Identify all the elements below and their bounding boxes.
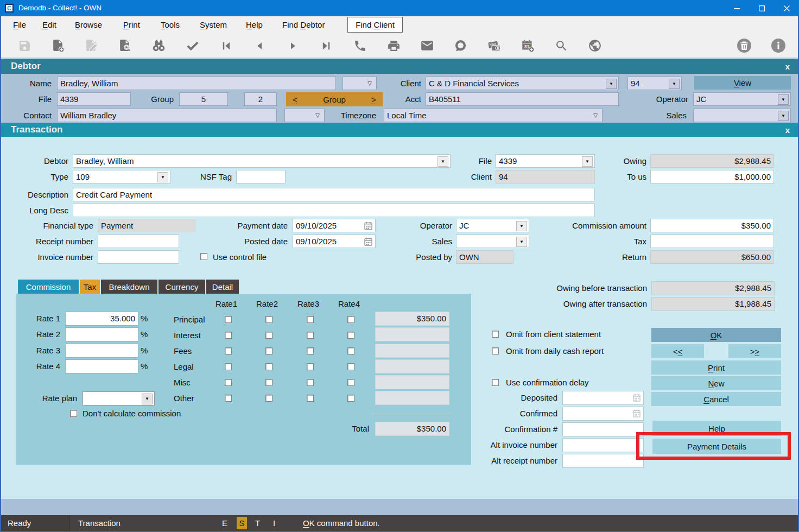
close-button[interactable] xyxy=(774,0,799,16)
invoice-number-field[interactable] xyxy=(98,250,179,264)
principal-rate1-checkbox[interactable] xyxy=(225,316,232,323)
ok-button[interactable]: OK xyxy=(651,328,781,342)
misc-rate1-checkbox[interactable] xyxy=(225,379,232,386)
misc-rate2-checkbox[interactable] xyxy=(265,379,272,386)
alt-receipt-number-field[interactable] xyxy=(562,454,644,468)
tax-field[interactable] xyxy=(650,235,774,248)
search-button[interactable] xyxy=(552,37,570,54)
save-button[interactable] xyxy=(15,37,34,54)
menu-find-client[interactable]: Find Client xyxy=(347,17,403,33)
interest-rate1-checkbox[interactable] xyxy=(225,332,232,339)
interest-rate4-checkbox[interactable] xyxy=(347,332,354,339)
other-rate1-checkbox[interactable] xyxy=(225,395,232,402)
alt-invoice-number-field[interactable] xyxy=(562,438,644,452)
receipt-number-field[interactable] xyxy=(98,235,179,248)
group-field-2[interactable]: 2 xyxy=(244,92,277,106)
client-combo[interactable]: C & D Financial Services▼ xyxy=(426,77,619,90)
to-us-field[interactable]: $1,000.00 xyxy=(650,170,774,183)
contact-field[interactable]: William Bradley xyxy=(57,109,277,122)
operator-combo[interactable]: JC▼ xyxy=(693,92,791,106)
legal-rate3-checkbox[interactable] xyxy=(307,363,314,370)
principal-rate3-checkbox[interactable] xyxy=(307,316,314,323)
tab-currency[interactable]: Currency xyxy=(158,280,205,294)
confirmation-number-field[interactable] xyxy=(562,422,644,436)
tab-breakdown[interactable]: Breakdown xyxy=(101,280,157,294)
cancel-button[interactable]: Cancel xyxy=(651,392,781,406)
group-button[interactable]: <Group> xyxy=(286,92,383,106)
tab-tax[interactable]: Tax xyxy=(80,280,100,294)
next-record-button[interactable] xyxy=(283,37,302,54)
next-transaction-button[interactable]: >> xyxy=(728,344,781,358)
rate4-field[interactable] xyxy=(65,359,138,373)
print-record-button[interactable] xyxy=(384,37,403,54)
long-desc-field[interactable] xyxy=(73,204,595,217)
menu-find-debtor[interactable]: Find Debtor xyxy=(281,16,326,34)
about-button[interactable] xyxy=(769,37,788,54)
omit-client-statement-checkbox[interactable] xyxy=(492,331,499,338)
last-record-button[interactable] xyxy=(317,37,335,54)
tab-commission[interactable]: Commission xyxy=(18,280,79,294)
other-rate3-checkbox[interactable] xyxy=(307,395,314,402)
use-control-file-checkbox[interactable] xyxy=(200,253,207,260)
debtor-close-icon[interactable]: x xyxy=(782,59,794,74)
web-button[interactable] xyxy=(586,37,604,54)
tx-file-combo[interactable]: 4339▼ xyxy=(496,154,595,168)
preview-button[interactable] xyxy=(116,37,134,54)
browse-button[interactable] xyxy=(149,37,168,54)
menu-print[interactable]: Print xyxy=(122,16,141,34)
minimize-button[interactable] xyxy=(724,0,749,16)
misc-rate3-checkbox[interactable] xyxy=(307,379,314,386)
rate2-field[interactable] xyxy=(65,327,138,341)
view-button[interactable]: View xyxy=(694,76,791,90)
tx-sales-combo[interactable]: ▼ xyxy=(456,235,529,248)
principal-rate4-checkbox[interactable] xyxy=(347,316,354,323)
tx-debtor-combo[interactable]: Bradley, William▼ xyxy=(73,154,451,168)
principal-rate2-checkbox[interactable] xyxy=(265,316,272,323)
dont-calculate-commission-checkbox[interactable] xyxy=(70,410,77,417)
fees-rate3-checkbox[interactable] xyxy=(307,347,314,354)
menu-help[interactable]: Help xyxy=(245,16,264,34)
name-field[interactable]: Bradley, William xyxy=(57,77,336,90)
legal-rate4-checkbox[interactable] xyxy=(347,363,354,370)
phone-button[interactable] xyxy=(351,37,369,54)
commission-amount-field[interactable]: $350.00 xyxy=(650,219,774,232)
nsf-tag-field[interactable] xyxy=(236,170,286,183)
schedule-event-button[interactable]: 31 xyxy=(518,37,537,54)
fees-rate1-checkbox[interactable] xyxy=(225,347,232,354)
edit-record-button[interactable] xyxy=(82,37,100,54)
legal-rate2-checkbox[interactable] xyxy=(265,363,272,370)
file-field[interactable]: 4339 xyxy=(57,92,131,106)
rate-plan-combo[interactable]: ▼ xyxy=(83,391,155,406)
sales-combo[interactable]: ▼ xyxy=(693,109,791,122)
client-number-combo[interactable]: 94▼ xyxy=(627,77,682,90)
other-rate4-checkbox[interactable] xyxy=(347,395,354,402)
confirmed-field[interactable] xyxy=(562,407,644,421)
first-record-button[interactable] xyxy=(217,37,235,54)
menu-edit[interactable]: Edit xyxy=(41,16,58,34)
group-field-1[interactable]: 5 xyxy=(179,92,228,106)
new-button[interactable]: New xyxy=(651,376,781,390)
omit-daily-cash-checkbox[interactable] xyxy=(492,347,499,354)
menu-browse[interactable]: Browse xyxy=(74,16,103,34)
contact-combo[interactable]: ▽ xyxy=(284,109,325,122)
interest-rate3-checkbox[interactable] xyxy=(307,332,314,339)
interest-rate2-checkbox[interactable] xyxy=(265,332,272,339)
name-combo[interactable]: ▽ xyxy=(343,77,377,90)
rate3-field[interactable] xyxy=(65,344,138,358)
previous-transaction-button[interactable]: << xyxy=(651,344,704,358)
fees-rate4-checkbox[interactable] xyxy=(347,347,354,354)
transaction-close-icon[interactable]: x xyxy=(782,123,794,137)
other-rate2-checkbox[interactable] xyxy=(265,395,272,402)
new-record-button[interactable] xyxy=(49,37,67,54)
deposited-field[interactable] xyxy=(562,391,644,405)
payment-date-field[interactable]: 09/10/2025 xyxy=(293,219,376,232)
menu-file[interactable]: File xyxy=(12,16,27,34)
previous-record-button[interactable] xyxy=(250,37,269,54)
legal-rate1-checkbox[interactable] xyxy=(225,363,232,370)
ok-button-toolbar[interactable] xyxy=(183,37,202,54)
fees-rate2-checkbox[interactable] xyxy=(265,347,272,354)
maximize-button[interactable] xyxy=(749,0,774,16)
chat-button[interactable] xyxy=(451,37,470,54)
menu-system[interactable]: System xyxy=(199,16,228,34)
type-combo[interactable]: 109▼ xyxy=(73,170,170,183)
